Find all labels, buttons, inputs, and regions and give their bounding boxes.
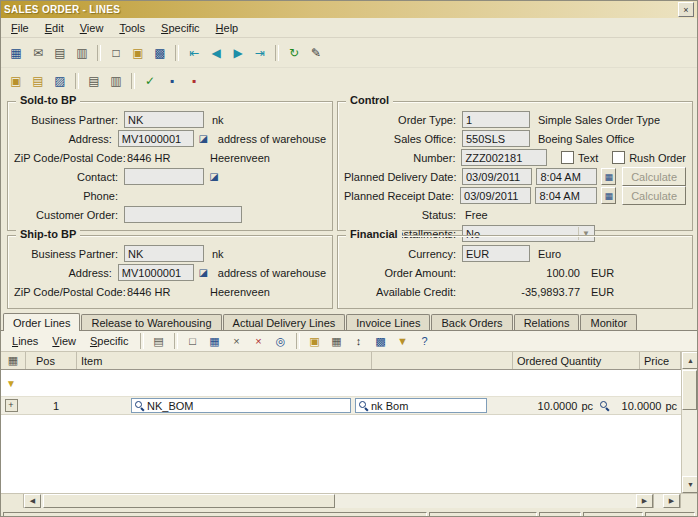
- currency-field[interactable]: EUR: [462, 245, 530, 262]
- tab-back-orders[interactable]: Back Orders: [431, 314, 512, 330]
- menu-specific[interactable]: Specific: [83, 333, 136, 349]
- ship-to-address-field[interactable]: MV1000001: [118, 264, 194, 281]
- customer-order-field[interactable]: [124, 206, 242, 223]
- document-blue-icon[interactable]: ▪: [161, 71, 183, 90]
- print-icon[interactable]: ▤: [148, 332, 170, 351]
- menu-edit[interactable]: Edit: [37, 20, 72, 36]
- filter-cell[interactable]: [611, 370, 681, 396]
- card-view-icon[interactable]: ▣: [304, 332, 326, 351]
- print-lines-icon[interactable]: ▤: [83, 71, 105, 90]
- table-row[interactable]: + 1 NK_BOM nk Bom: [1, 397, 681, 415]
- expand-row-icon[interactable]: +: [5, 399, 18, 412]
- address-detail-icon[interactable]: ◪: [197, 132, 210, 145]
- first-record-icon[interactable]: ⇤: [183, 43, 205, 62]
- column-header-price[interactable]: Price: [640, 352, 681, 369]
- close-icon[interactable]: ×: [678, 2, 694, 17]
- delete-line-icon[interactable]: ×: [248, 332, 270, 351]
- new-record-icon[interactable]: □: [105, 43, 127, 62]
- scroll-right-icon[interactable]: ▶: [663, 494, 680, 508]
- prev-record-icon[interactable]: ◀: [205, 43, 227, 62]
- tab-relations[interactable]: Relations: [514, 314, 580, 330]
- order-type-field[interactable]: 1: [462, 111, 530, 128]
- horizontal-scroll-thumb[interactable]: [43, 494, 335, 508]
- order-number-field[interactable]: ZZZ002181: [461, 149, 547, 166]
- lookup-icon[interactable]: [134, 400, 144, 411]
- duplicate-icon[interactable]: ▣: [127, 43, 149, 62]
- rush-order-checkbox[interactable]: [612, 151, 625, 164]
- lookup-icon[interactable]: [599, 400, 609, 411]
- sort-icon[interactable]: ↕: [348, 332, 370, 351]
- item-lookup-field[interactable]: NK_BOM: [131, 398, 351, 413]
- calendar-icon[interactable]: ▦: [601, 168, 616, 185]
- horizontal-scrollbar[interactable]: ◀ ▶ ▶: [1, 493, 697, 508]
- text-checkbox[interactable]: [561, 151, 574, 164]
- graph-icon[interactable]: ▩: [370, 332, 392, 351]
- filter-cell[interactable]: [63, 370, 353, 396]
- refresh-icon[interactable]: ↻: [283, 43, 305, 62]
- scroll-up-icon[interactable]: ▲: [682, 352, 697, 369]
- cell-price[interactable]: 10.0000 pc: [611, 400, 681, 412]
- next-record-icon[interactable]: ▶: [227, 43, 249, 62]
- column-header-item[interactable]: Item: [77, 352, 372, 369]
- print-preview-icon[interactable]: ▥: [71, 43, 93, 62]
- last-record-icon[interactable]: ⇥: [249, 43, 271, 62]
- cell-ordered-quantity[interactable]: 10.0000 pc: [489, 400, 611, 412]
- tab-invoice-lines[interactable]: Invoice Lines: [346, 314, 430, 330]
- scroll-left-icon[interactable]: ◀: [24, 494, 41, 508]
- table-view-icon[interactable]: ▦: [326, 332, 348, 351]
- vertical-scroll-track[interactable]: [682, 411, 697, 476]
- planned-delivery-time-field[interactable]: 8:04 AM: [536, 168, 597, 185]
- edit-icon[interactable]: ✎: [305, 43, 327, 62]
- vertical-scroll-thumb[interactable]: [682, 370, 697, 410]
- planned-receipt-date-field[interactable]: 03/09/2011: [460, 187, 531, 204]
- menu-view[interactable]: View: [45, 333, 83, 349]
- mail-icon[interactable]: ✉: [27, 43, 49, 62]
- menu-lines[interactable]: Lines: [5, 333, 45, 349]
- menu-view[interactable]: View: [72, 20, 112, 36]
- calculate-button[interactable]: Calculate: [622, 167, 686, 186]
- contact-field[interactable]: [124, 168, 204, 185]
- filter-cell[interactable]: [21, 370, 63, 396]
- save-icon[interactable]: ▦: [5, 43, 27, 62]
- save-line-icon[interactable]: ▦: [204, 332, 226, 351]
- scroll-right-icon[interactable]: ▶: [636, 494, 653, 508]
- menu-help[interactable]: Help: [208, 20, 247, 36]
- column-header-pos[interactable]: Pos: [26, 352, 77, 369]
- cell-item[interactable]: NK_BOM: [63, 398, 353, 413]
- print-icon[interactable]: ▤: [49, 43, 71, 62]
- tab-actual-delivery-lines[interactable]: Actual Delivery Lines: [223, 314, 346, 330]
- filter-icon[interactable]: ▼: [1, 370, 21, 396]
- title-bar[interactable]: SALES ORDER - LINES ×: [1, 1, 697, 18]
- lookup-icon[interactable]: [358, 400, 368, 411]
- menu-tools[interactable]: Tools: [111, 20, 153, 36]
- find-icon[interactable]: ◎: [270, 332, 292, 351]
- tab-monitor[interactable]: Monitor: [580, 314, 637, 330]
- filter-icon[interactable]: ▼: [392, 332, 414, 351]
- description-lookup-field[interactable]: nk Bom: [355, 398, 487, 413]
- tab-order-lines[interactable]: Order Lines: [3, 313, 80, 331]
- paste-icon[interactable]: ▤: [27, 71, 49, 90]
- cell-item-description[interactable]: nk Bom: [353, 398, 489, 413]
- help-icon[interactable]: ?: [414, 332, 436, 351]
- menu-file[interactable]: File: [3, 20, 37, 36]
- secondary-scrollbar[interactable]: ▶: [653, 494, 680, 508]
- scroll-down-icon[interactable]: ▼: [682, 476, 697, 493]
- column-header-ordered-quantity[interactable]: Ordered Quantity: [513, 352, 640, 369]
- ship-to-business-partner-field[interactable]: NK: [124, 245, 204, 262]
- copy-icon[interactable]: ▣: [5, 71, 27, 90]
- planned-delivery-date-field[interactable]: 03/09/2011: [462, 168, 532, 185]
- sold-to-business-partner-field[interactable]: NK: [124, 111, 204, 128]
- approve-check-icon[interactable]: ✓: [139, 71, 161, 90]
- menu-specific[interactable]: Specific: [153, 20, 208, 36]
- calendar-icon[interactable]: ▦: [601, 187, 616, 204]
- calculate-button[interactable]: Calculate: [622, 186, 686, 205]
- document-red-icon[interactable]: ▪: [183, 71, 205, 90]
- chart-icon[interactable]: ▩: [149, 43, 171, 62]
- sales-office-field[interactable]: 550SLS: [462, 130, 530, 147]
- select-all-icon[interactable]: ▦: [1, 352, 26, 369]
- export-icon[interactable]: ▨: [49, 71, 71, 90]
- column-header-desc[interactable]: [372, 352, 513, 369]
- filter-cell[interactable]: [353, 370, 489, 396]
- print-order-icon[interactable]: ▥: [105, 71, 127, 90]
- planned-receipt-time-field[interactable]: 8:04 AM: [535, 187, 597, 204]
